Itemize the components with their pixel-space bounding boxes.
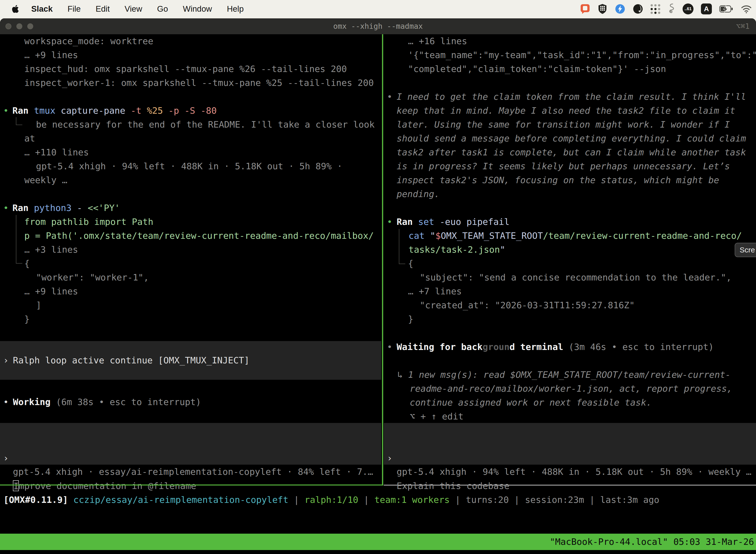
terminal-line: keep that in mind. Maybe I also need the… [384,104,756,118]
terminal-line: gpt-5.4 xhigh · essay/ai-reimplementatio… [0,465,381,479]
bolt-circle-icon[interactable] [615,4,625,14]
menu-item-window[interactable]: Window [175,4,219,14]
right-input-placeholder: Explain this codebase [384,479,756,493]
terminal-line [0,187,381,201]
terminal-line: } [384,312,756,326]
left-prompt-input[interactable]: › Improve documentation in @filename [0,423,381,465]
active-pane-border [0,485,383,486]
menu-bar: SlackFileEditViewGoWindowHelp .. [0,0,756,18]
terminal-line: inspect_worker-1: omx sparkshell --tmux-… [0,76,381,90]
code-block-connector-right [399,229,405,264]
squiggle-icon[interactable] [668,3,675,15]
window-shortcut-hint: ⌥⌘1 [736,18,750,34]
prompt-chevron-icon: › [3,451,9,465]
terminal-line: pending. [384,187,756,201]
terminal-line: gpt-5.4 xhigh · 94% left · 488K in · 5.1… [384,465,756,479]
terminal-line: "subject": "send a concise recommendatio… [384,271,756,284]
terminal-line: ⌥ + ↑ edit [384,409,756,424]
terminal-line: ›Ralph loop active continue [OMX_TMUX_IN… [0,353,381,367]
screen-notification: Scre [735,243,756,257]
terminal-line: workspace_mode: worktree [0,34,381,48]
terminal-line: cat "$OMX_TEAM_STATE_ROOT/team/review-cu… [384,229,756,243]
terminal-line: tasks/task-2.json" [384,243,756,257]
chat-badge-icon[interactable] [580,4,590,14]
menu-item-view[interactable]: View [117,4,149,14]
terminal-line: at [0,131,381,146]
menu-item-go[interactable]: Go [149,4,175,14]
prompt-chevron-icon: › [3,353,9,367]
terminal-line: … +9 lines [0,48,381,62]
terminal-line: "created_at": "2026-03-31T11:59:27.816Z" [384,298,756,312]
dots-grid-icon[interactable] [650,4,660,14]
left-pane-statusline: gpt-5.4 xhigh · essay/ai-reimplementatio… [0,465,381,479]
terminal-content[interactable]: workspace_mode: worktree… +9 linesinspec… [0,34,756,554]
bullet-icon: • [387,340,392,354]
apple-menu[interactable] [10,4,20,13]
bullet-icon: • [387,215,392,229]
tmux-session-name: [omx-cczip0:bash* [43,553,136,554]
bullet-icon: • [3,104,9,118]
terminal-line: { [0,257,381,271]
tmux-status-bar[interactable]: [omx-cczip0:bash* "MacBook-Pro-44.local"… [0,534,756,550]
terminal-line: ↳ 1 new msg(s): read $OMX_TEAM_STATE_ROO… [384,368,756,382]
terminal-line: … +9 lines [0,284,381,298]
battery-charging-icon[interactable] [719,5,733,13]
apple-icon [12,4,19,13]
prompt-chevron-icon: › [387,451,392,465]
right-prompt-input[interactable]: › Explain this codebase [384,423,756,465]
pane-divider[interactable] [382,34,383,485]
right-pane-scrollback[interactable]: … +16 lines'{"team_name":"my-team","task… [384,34,756,424]
menu-item-help[interactable]: Help [219,4,251,14]
left-pane-scrollback[interactable]: workspace_mode: worktree… +9 linesinspec… [0,34,381,326]
percent-badge[interactable]: ..61 [683,3,693,14]
terminal-line: { [384,257,756,271]
terminal-line: … +3 lines [0,243,381,257]
moon-circle-icon[interactable] [633,4,643,14]
omx-session-status: [OMX#0.11.9] cczip/essay/ai-reimplementa… [0,493,756,507]
window-titlebar[interactable]: omx --xhigh --madmax ⌥⌘1 [0,18,756,34]
terminal-line: … +7 lines [384,284,756,298]
terminal-line [0,90,381,104]
terminal-line [384,201,756,215]
terminal-line: readme-and-reco/mailbox/worker-1.json, a… [384,382,756,396]
terminal-line: '{"team_name":"my-team","task_id":"1","f… [384,48,756,62]
terminal-line: •Working (6m 38s • esc to interrupt) [0,395,381,409]
terminal-line [384,76,756,90]
terminal-line: •Ran python3 - <<'PY' [0,201,381,215]
terminal-line [384,354,756,368]
menu-items: SlackFileEditViewGoWindowHelp [24,4,251,14]
terminal-line: weekly … [0,173,381,187]
output-connector [16,117,22,125]
bullet-icon: • [387,90,392,104]
terminal-line: "worker": "worker-1", [0,271,381,284]
letter-badge[interactable]: A [701,3,712,14]
ralph-loop-band: ›Ralph loop active continue [OMX_TMUX_IN… [0,341,381,380]
terminal-line: •I need to get the claim token from the … [384,90,756,104]
terminal-line: gpt-5.4 xhigh · 94% left · 488K in · 5.1… [0,159,381,173]
terminal-line [384,326,756,340]
working-status-line: •Working (6m 38s • esc to interrupt) [0,395,381,409]
terminal-line: inspect task2's JSON, focusing on the st… [384,173,756,187]
menu-item-slack[interactable]: Slack [24,4,60,14]
right-pane-statusline: gpt-5.4 xhigh · 94% left · 488K in · 5.1… [384,465,756,479]
terminal-line: is in progress? It seems likely but perh… [384,159,756,173]
menu-status-icons: ..61 A [580,0,752,18]
terminal-line: be necessary for the end of the README. … [0,118,381,131]
wifi-icon[interactable] [741,4,752,14]
menu-item-file[interactable]: File [60,4,88,14]
terminal-line: task2 after task1 is complete, but can I… [384,146,756,159]
terminal-line: "completed","claim_token":"claim-token"}… [384,62,756,76]
terminal-line: should send a message before completing … [384,131,756,146]
terminal-line: ] [0,298,381,312]
terminal-window: omx --xhigh --madmax ⌥⌘1 workspace_mode:… [0,18,756,554]
menu-item-edit[interactable]: Edit [88,4,117,14]
terminal-line: … +110 lines [0,146,381,159]
terminal-line: … +16 lines [384,34,756,48]
terminal-line: } [0,312,381,326]
shield-grid-icon[interactable] [597,3,608,14]
screen: SlackFileEditViewGoWindowHelp .. [0,0,756,554]
terminal-line: [OMX#0.11.9] cczip/essay/ai-reimplementa… [0,493,756,507]
left-input-placeholder: Improve documentation in @filename [0,479,381,493]
terminal-line: •Ran set -euo pipefail [384,215,756,229]
text-cursor: I [13,480,19,491]
